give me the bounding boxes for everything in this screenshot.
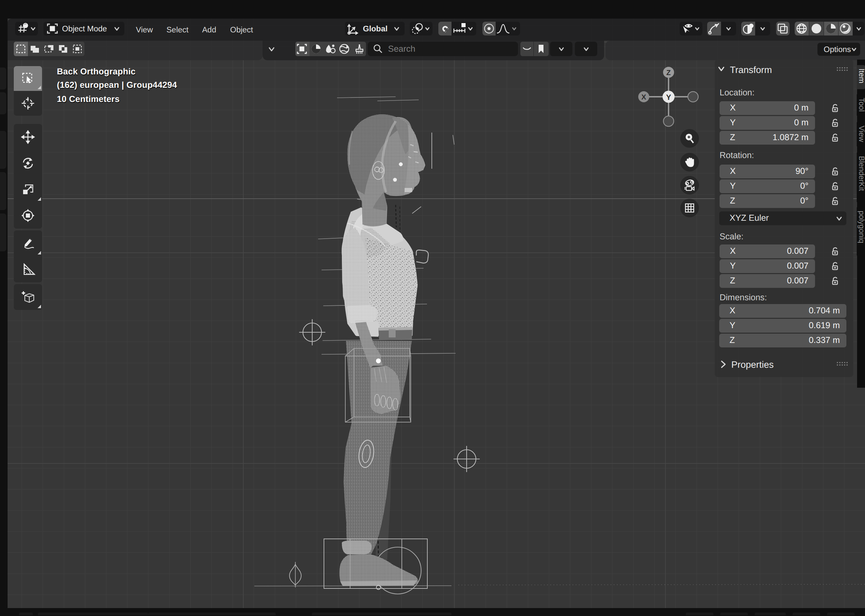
svg-text:X: X (641, 93, 646, 101)
svg-text:Z: Z (666, 69, 671, 77)
svg-text:Y: Y (666, 93, 671, 102)
